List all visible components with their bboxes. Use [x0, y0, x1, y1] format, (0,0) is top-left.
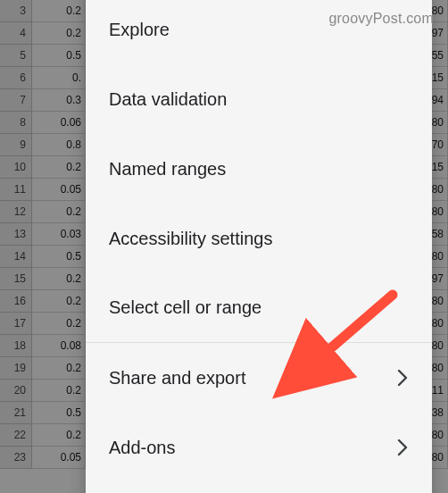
watermark-text: groovyPost.com	[328, 11, 434, 27]
menu-item-label: Named ranges	[109, 159, 226, 180]
chevron-right-icon	[397, 369, 409, 387]
menu-item-named-ranges[interactable]: Named ranges	[86, 134, 432, 204]
menu-item-share-and-export[interactable]: Share and export	[86, 343, 432, 413]
menu-item-accessibility-settings[interactable]: Accessibility settings	[86, 204, 432, 273]
menu-item-select-cell-or-range[interactable]: Select cell or range	[86, 273, 432, 343]
menu-item-label: Accessibility settings	[109, 229, 272, 249]
menu-item-label: Data validation	[109, 89, 227, 110]
menu-item-label: Explore	[109, 20, 170, 40]
menu-item-label: Select cell or range	[109, 297, 261, 318]
chevron-right-icon	[397, 439, 409, 456]
menu-item-label: Add-ons	[109, 438, 176, 458]
tools-menu-panel: Explore Data validation Named ranges Acc…	[86, 0, 432, 493]
menu-item-add-ons[interactable]: Add-ons	[86, 413, 432, 482]
menu-item-label: Share and export	[109, 368, 245, 389]
menu-item-explore[interactable]: Explore	[86, 0, 432, 64]
menu-item-data-validation[interactable]: Data validation	[86, 64, 432, 134]
